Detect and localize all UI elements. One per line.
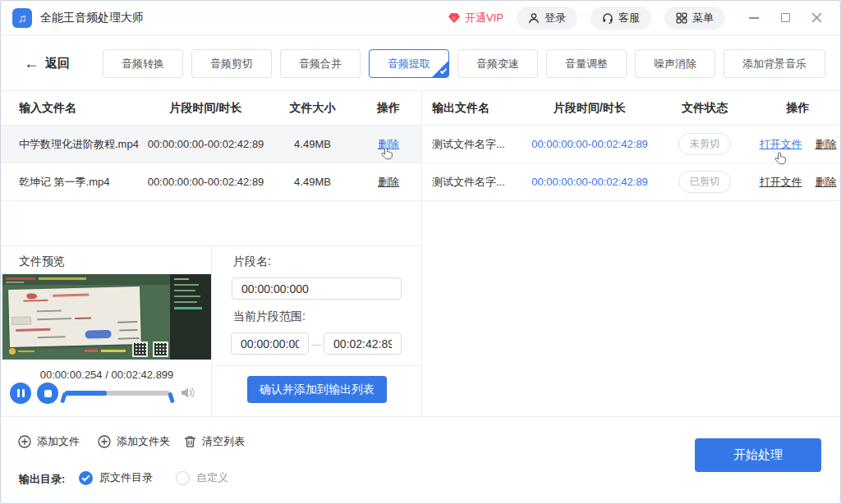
tab-audio-speed[interactable]: 音频变速 [457, 49, 538, 78]
open-file-link[interactable]: 打开文件 [760, 137, 802, 152]
clip-name-input[interactable] [232, 277, 402, 300]
menu-label: 菜单 [692, 11, 714, 25]
back-button[interactable]: ← 返回 [24, 55, 70, 72]
progress-bar[interactable] [65, 391, 170, 396]
qr-code [132, 341, 148, 357]
title-bar: ♫ 全能王音频处理大师 开通VIP 登录 客服 菜单 [1, 1, 840, 35]
col-output-time: 片段时间/时长 [524, 101, 655, 116]
col-input-op: 操作 [356, 101, 421, 116]
tab-selected-check-icon [440, 66, 447, 73]
close-button[interactable] [804, 6, 829, 30]
radio-custom-dir[interactable]: 自定义 [176, 470, 228, 485]
plus-circle-icon [18, 435, 31, 448]
tabs: 音频转换 音频剪切 音频合并 音频提取 音频变速 音量调整 噪声消除 添加背景音… [103, 49, 825, 78]
speaker-icon [180, 386, 196, 400]
clip-name-label: 片段名: [233, 254, 271, 269]
plus-circle-icon [98, 435, 111, 448]
panel-divider [421, 91, 422, 416]
add-file-button[interactable]: 添加文件 [18, 434, 80, 449]
input-file-size: 4.49MB [269, 176, 356, 188]
range-start-input[interactable] [231, 332, 309, 355]
user-icon [528, 12, 540, 24]
vip-button[interactable]: 开通VIP [448, 11, 503, 25]
delete-input-link[interactable]: 删除 [378, 138, 399, 150]
trim-handle-right[interactable] [168, 392, 175, 404]
status-badge: 未剪切 [678, 133, 731, 155]
login-button[interactable]: 登录 [517, 7, 577, 30]
col-input-time: 片段时间/时长 [142, 101, 269, 116]
output-file-name: 测试文件名字... [422, 137, 524, 152]
col-output-name: 输出文件名 [422, 101, 524, 116]
volume-button[interactable] [180, 386, 196, 400]
thumb-whiteboard [8, 286, 141, 347]
app-title: 全能王音频处理大师 [40, 11, 144, 25]
add-file-label: 添加文件 [37, 434, 80, 449]
col-input-size: 文件大小 [269, 101, 356, 116]
grid-menu-icon [676, 12, 687, 24]
open-file-link[interactable]: 打开文件 [760, 175, 802, 190]
headset-icon [602, 12, 614, 24]
menu-button[interactable]: 菜单 [664, 7, 725, 30]
support-button[interactable]: 客服 [591, 7, 651, 30]
input-table-header: 输入文件名 片段时间/时长 文件大小 操作 [1, 91, 421, 126]
stop-icon [44, 390, 52, 397]
radio-unchecked-icon [176, 471, 190, 485]
radio-custom-dir-label: 自定义 [196, 470, 228, 485]
start-processing-button[interactable]: 开始处理 [695, 438, 821, 472]
add-folder-label: 添加文件夹 [117, 434, 170, 449]
clear-list-button[interactable]: 清空列表 [184, 434, 245, 449]
input-file-size: 4.49MB [269, 138, 356, 150]
app-window: ♫ 全能王音频处理大师 开通VIP 登录 客服 菜单 [0, 0, 841, 504]
pause-button[interactable] [10, 383, 31, 404]
input-file-time: 00:00:00:00-00:02:42:89 [142, 176, 269, 188]
tab-audio-convert[interactable]: 音频转换 [103, 49, 183, 78]
login-label: 登录 [545, 11, 566, 25]
minimize-button[interactable] [742, 6, 766, 30]
back-label: 返回 [45, 56, 70, 71]
add-folder-button[interactable]: 添加文件夹 [98, 434, 170, 449]
pause-icon [17, 389, 25, 397]
thumb-logo [9, 348, 16, 355]
tab-volume-adjust[interactable]: 音量调整 [546, 49, 627, 78]
status-badge: 已剪切 [678, 171, 731, 193]
support-label: 客服 [618, 11, 640, 25]
maximize-icon [781, 13, 790, 22]
window-controls [742, 6, 829, 30]
close-icon [811, 12, 822, 23]
radio-original-dir[interactable]: 原文件目录 [79, 470, 153, 485]
delete-output-link[interactable]: 删除 [816, 137, 837, 152]
range-separator: — [311, 339, 321, 351]
input-file-time: 00:00:00:00-00:02:42:89 [142, 138, 269, 150]
trash-icon [184, 435, 196, 448]
tab-audio-cut[interactable]: 音频剪切 [191, 49, 272, 78]
gem-icon [448, 12, 461, 24]
output-table-row[interactable]: 测试文件名字... 00:00:00:00-00:02:42:89 已剪切 打开… [422, 163, 841, 201]
radio-original-dir-label: 原文件目录 [99, 470, 153, 485]
output-table-row[interactable]: 测试文件名字... 00:00:00:00-00:02:42:89 未剪切 打开… [422, 126, 841, 163]
output-table-header: 输出文件名 片段时间/时长 文件状态 操作 [422, 91, 841, 126]
stop-button[interactable] [37, 383, 58, 404]
playback-time: 00:00:00.254 / 00:02:42.899 [12, 369, 201, 381]
input-table-row[interactable]: 乾坤记 第一季.mp4 00:00:00:00-00:02:42:89 4.49… [1, 163, 421, 201]
confirm-add-output-button[interactable]: 确认并添加到输出列表 [247, 376, 387, 403]
tab-audio-extract[interactable]: 音频提取 [369, 49, 449, 78]
delete-input-link[interactable]: 删除 [378, 176, 399, 188]
input-table-row[interactable]: 中学数理化进阶教程.mp4 00:00:00:00-00:02:42:89 4.… [1, 126, 421, 163]
tab-audio-merge[interactable]: 音频合并 [280, 49, 361, 78]
range-end-input[interactable] [324, 332, 402, 355]
minimize-icon [749, 17, 759, 19]
input-file-name: 中学数理化进阶教程.mp4 [1, 137, 142, 152]
col-output-status: 文件状态 [655, 101, 754, 116]
col-input-name: 输入文件名 [1, 101, 142, 116]
progress-fill [65, 391, 107, 396]
delete-output-link[interactable]: 删除 [816, 175, 837, 190]
maximize-button[interactable] [773, 6, 797, 30]
form-divider-vertical [211, 245, 212, 416]
vip-label: 开通VIP [465, 11, 503, 25]
tab-add-bgm[interactable]: 添加背景音乐 [724, 49, 825, 78]
tab-noise-removal[interactable]: 噪声消除 [635, 49, 715, 78]
video-preview-thumbnail[interactable] [2, 274, 211, 360]
preview-title: 文件预览 [19, 254, 65, 269]
form-divider-horizontal [212, 365, 421, 366]
input-file-name: 乾坤记 第一季.mp4 [1, 175, 142, 190]
